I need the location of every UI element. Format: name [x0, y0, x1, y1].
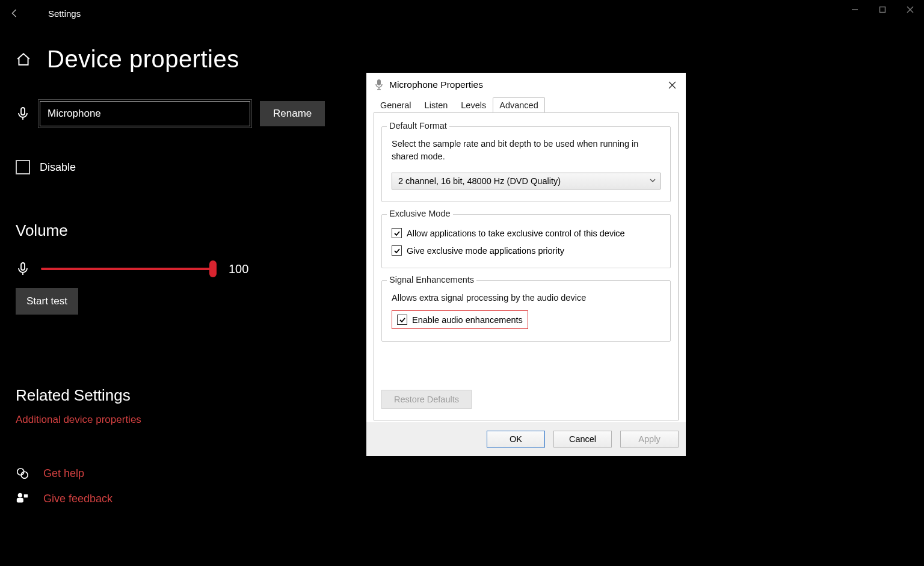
group-title: Signal Enhancements	[387, 275, 476, 285]
restore-defaults-button[interactable]: Restore Defaults	[381, 390, 472, 409]
help-icon	[16, 467, 29, 480]
svg-rect-9	[17, 498, 23, 502]
page-header: Device properties	[16, 46, 239, 73]
microphone-properties-dialog: Microphone Properties General Listen Lev…	[366, 73, 686, 456]
group-title: Default Format	[387, 121, 449, 131]
svg-point-8	[18, 493, 22, 497]
dialog-title: Microphone Properties	[389, 79, 483, 90]
dialog-tabs: General Listen Levels Advanced	[366, 97, 686, 112]
enable-enhancements-checkbox[interactable]	[397, 315, 407, 325]
enable-enhancements-label: Enable audio enhancements	[412, 315, 523, 325]
group-signal-enhancements: Signal Enhancements Allows extra signal …	[381, 280, 671, 342]
group-title: Exclusive Mode	[387, 209, 453, 218]
additional-properties-link[interactable]: Additional device properties	[16, 414, 141, 426]
dialog-footer: OK Cancel Apply	[366, 422, 686, 456]
get-help-link[interactable]: Get help	[16, 467, 84, 480]
microphone-icon	[375, 79, 383, 91]
close-button[interactable]	[896, 0, 924, 19]
svg-rect-10	[24, 494, 28, 498]
microphone-icon	[16, 262, 30, 276]
svg-rect-1	[880, 7, 886, 13]
apply-button[interactable]: Apply	[620, 431, 679, 448]
enable-enhancements-highlight: Enable audio enhancements	[392, 310, 528, 329]
allow-exclusive-label: Allow applications to take exclusive con…	[407, 229, 625, 238]
tab-listen[interactable]: Listen	[418, 97, 455, 112]
related-heading: Related Settings	[16, 386, 131, 405]
combo-value: 2 channel, 16 bit, 48000 Hz (DVD Quality…	[398, 176, 561, 186]
get-help-label: Get help	[43, 467, 84, 480]
volume-value: 100	[229, 262, 248, 276]
rename-button[interactable]: Rename	[260, 101, 325, 126]
signal-desc: Allows extra signal processing by the au…	[392, 292, 661, 304]
disable-label: Disable	[40, 161, 76, 174]
cancel-button[interactable]: Cancel	[553, 431, 612, 448]
dialog-close-button[interactable]	[658, 73, 686, 97]
page-title: Device properties	[47, 46, 239, 73]
settings-content: Rename Disable Volume 100 Start test	[16, 101, 353, 315]
window-titlebar: Settings	[0, 0, 924, 26]
home-icon	[16, 52, 31, 67]
tab-advanced[interactable]: Advanced	[493, 97, 545, 112]
minimize-button[interactable]	[841, 0, 869, 19]
tab-levels[interactable]: Levels	[454, 97, 493, 112]
chevron-down-icon	[649, 177, 656, 184]
default-format-desc: Select the sample rate and bit depth to …	[392, 138, 661, 163]
svg-rect-2	[21, 108, 25, 115]
disable-checkbox[interactable]	[16, 160, 30, 174]
tab-panel-advanced: Default Format Select the sample rate an…	[374, 112, 679, 420]
tab-general[interactable]: General	[374, 97, 418, 112]
svg-rect-4	[21, 263, 25, 270]
give-feedback-label: Give feedback	[43, 493, 112, 505]
group-default-format: Default Format Select the sample rate an…	[381, 126, 671, 202]
start-test-button[interactable]: Start test	[16, 288, 78, 315]
give-feedback-link[interactable]: Give feedback	[16, 492, 112, 505]
device-name-input[interactable]	[40, 101, 250, 126]
sample-rate-combo[interactable]: 2 channel, 16 bit, 48000 Hz (DVD Quality…	[392, 173, 661, 189]
svg-rect-11	[377, 79, 381, 85]
group-exclusive-mode: Exclusive Mode Allow applications to tak…	[381, 214, 671, 268]
exclusive-priority-label: Give exclusive mode applications priorit…	[407, 246, 564, 256]
allow-exclusive-checkbox[interactable]	[392, 228, 402, 238]
ok-button[interactable]: OK	[487, 431, 545, 448]
dialog-titlebar[interactable]: Microphone Properties	[366, 73, 686, 97]
volume-slider[interactable]	[41, 268, 213, 270]
maximize-button[interactable]	[869, 0, 896, 19]
feedback-icon	[16, 492, 29, 505]
microphone-icon	[16, 106, 30, 121]
back-button[interactable]	[0, 0, 30, 26]
window-title: Settings	[30, 8, 81, 19]
slider-thumb[interactable]	[209, 260, 217, 277]
volume-heading: Volume	[16, 221, 353, 240]
exclusive-priority-checkbox[interactable]	[392, 245, 402, 256]
